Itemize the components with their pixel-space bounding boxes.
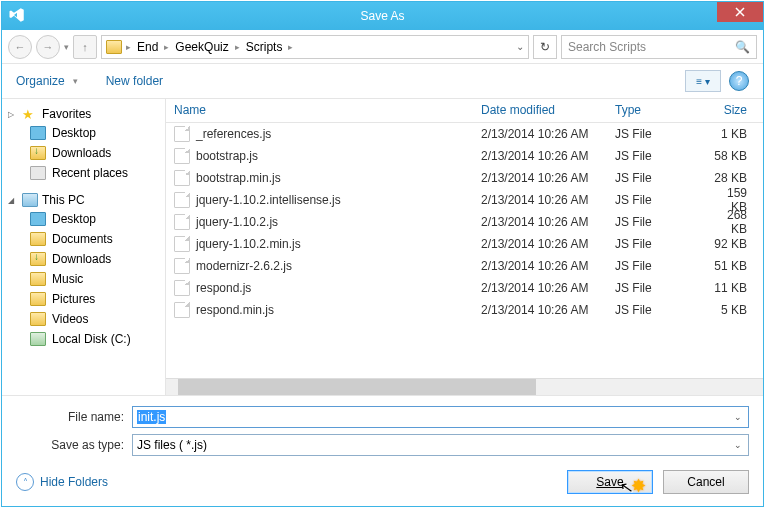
close-icon xyxy=(735,7,745,17)
file-name: jquery-1.10.2.js xyxy=(196,215,278,229)
file-list[interactable]: _references.js2/13/2014 10:26 AMJS File1… xyxy=(166,123,763,378)
main-split: ▷ ★ Favorites Desktop Downloads Recent p… xyxy=(2,98,763,396)
new-folder-button[interactable]: New folder xyxy=(106,74,163,88)
save-type-label: Save as type: xyxy=(16,438,124,452)
sidebar-item-desktop[interactable]: Desktop xyxy=(2,123,165,143)
sidebar-group-thispc[interactable]: ◢ This PC xyxy=(2,191,165,209)
chevron-down-icon[interactable]: ⌄ xyxy=(730,437,746,453)
js-file-icon xyxy=(174,126,190,142)
expand-icon: ◢ xyxy=(8,196,18,205)
file-size: 51 KB xyxy=(703,255,763,277)
file-row[interactable]: respond.js2/13/2014 10:26 AMJS File11 KB xyxy=(166,277,763,299)
folder-icon xyxy=(30,292,46,306)
column-type[interactable]: Type xyxy=(607,99,703,122)
column-size[interactable]: Size xyxy=(703,99,763,122)
file-type: JS File xyxy=(607,145,703,167)
sidebar-item-local-disk-c[interactable]: Local Disk (C:) xyxy=(2,329,165,349)
dialog-title: Save As xyxy=(360,9,404,23)
up-button[interactable]: ↑ xyxy=(73,35,97,59)
sidebar-item-videos[interactable]: Videos xyxy=(2,309,165,329)
disk-icon xyxy=(30,332,46,346)
file-row[interactable]: bootstrap.min.js2/13/2014 10:26 AMJS Fil… xyxy=(166,167,763,189)
sidebar: ▷ ★ Favorites Desktop Downloads Recent p… xyxy=(2,99,166,395)
sidebar-item-recent-places[interactable]: Recent places xyxy=(2,163,165,183)
view-options-button[interactable]: ≡ ▾ xyxy=(685,70,721,92)
search-input[interactable]: Search Scripts 🔍 xyxy=(561,35,757,59)
sidebar-group-favorites[interactable]: ▷ ★ Favorites xyxy=(2,105,165,123)
file-row[interactable]: respond.min.js2/13/2014 10:26 AMJS File5… xyxy=(166,299,763,321)
js-file-icon xyxy=(174,302,190,318)
file-name: respond.js xyxy=(196,281,251,295)
file-row[interactable]: bootstrap.js2/13/2014 10:26 AMJS File58 … xyxy=(166,145,763,167)
file-name: respond.min.js xyxy=(196,303,274,317)
file-name: jquery-1.10.2.intellisense.js xyxy=(196,193,341,207)
file-type: JS File xyxy=(607,233,703,255)
file-name: jquery-1.10.2.min.js xyxy=(196,237,301,251)
js-file-icon xyxy=(174,280,190,296)
sidebar-item-downloads[interactable]: Downloads xyxy=(2,143,165,163)
column-name[interactable]: Name xyxy=(166,99,473,122)
recent-dropdown-icon[interactable]: ▾ xyxy=(64,42,69,52)
horizontal-scrollbar[interactable] xyxy=(166,378,763,395)
forward-button[interactable]: → xyxy=(36,35,60,59)
file-type: JS File xyxy=(607,211,703,233)
file-list-header: Name Date modified Type Size xyxy=(166,99,763,123)
back-button[interactable]: ← xyxy=(8,35,32,59)
file-size: 92 KB xyxy=(703,233,763,255)
file-row[interactable]: jquery-1.10.2.js2/13/2014 10:26 AMJS Fil… xyxy=(166,211,763,233)
filename-input[interactable]: init.js ⌄ xyxy=(132,406,749,428)
sidebar-item-downloads[interactable]: Downloads xyxy=(2,249,165,269)
filename-label: File name: xyxy=(16,410,124,424)
organize-button[interactable]: Organize xyxy=(16,74,65,88)
breadcrumb[interactable]: Scripts xyxy=(244,40,285,54)
file-date: 2/13/2014 10:26 AM xyxy=(473,299,607,321)
star-icon: ★ xyxy=(22,107,38,121)
address-dropdown-icon[interactable]: ⌄ xyxy=(516,41,524,52)
address-bar[interactable]: ▸ End ▸ GeekQuiz ▸ Scripts ▸ ⌄ xyxy=(101,35,529,59)
file-type: JS File xyxy=(607,255,703,277)
file-type: JS File xyxy=(607,123,703,145)
bottom-panel: File name: init.js ⌄ Save as type: JS fi… xyxy=(2,396,763,506)
chevron-right-icon: ▸ xyxy=(235,42,240,52)
js-file-icon xyxy=(174,170,190,186)
file-type: JS File xyxy=(607,299,703,321)
file-name: bootstrap.js xyxy=(196,149,258,163)
sidebar-item-documents[interactable]: Documents xyxy=(2,229,165,249)
cancel-button[interactable]: Cancel xyxy=(663,470,749,494)
recent-icon xyxy=(30,166,46,180)
desktop-icon xyxy=(30,212,46,226)
file-name: _references.js xyxy=(196,127,271,141)
file-date: 2/13/2014 10:26 AM xyxy=(473,255,607,277)
sidebar-item-desktop[interactable]: Desktop xyxy=(2,209,165,229)
file-date: 2/13/2014 10:26 AM xyxy=(473,189,607,211)
search-icon: 🔍 xyxy=(735,40,750,54)
close-button[interactable] xyxy=(717,2,763,22)
breadcrumb[interactable]: End xyxy=(135,40,160,54)
column-date[interactable]: Date modified xyxy=(473,99,607,122)
chevron-up-icon: ˄ xyxy=(16,473,34,491)
file-row[interactable]: jquery-1.10.2.intellisense.js2/13/2014 1… xyxy=(166,189,763,211)
hide-folders-button[interactable]: ˄ Hide Folders xyxy=(16,473,108,491)
file-type: JS File xyxy=(607,189,703,211)
chevron-down-icon[interactable]: ▾ xyxy=(73,76,78,86)
file-size: 5 KB xyxy=(703,299,763,321)
chevron-down-icon[interactable]: ⌄ xyxy=(730,409,746,425)
file-date: 2/13/2014 10:26 AM xyxy=(473,123,607,145)
file-row[interactable]: jquery-1.10.2.min.js2/13/2014 10:26 AMJS… xyxy=(166,233,763,255)
save-button[interactable]: Save ✸ xyxy=(567,470,653,494)
scrollbar-thumb[interactable] xyxy=(178,379,536,395)
help-button[interactable]: ? xyxy=(729,71,749,91)
save-as-dialog: Save As ← → ▾ ↑ ▸ End ▸ GeekQuiz ▸ Scrip… xyxy=(1,1,764,507)
file-type: JS File xyxy=(607,277,703,299)
sidebar-item-music[interactable]: Music xyxy=(2,269,165,289)
file-row[interactable]: modernizr-2.6.2.js2/13/2014 10:26 AMJS F… xyxy=(166,255,763,277)
breadcrumb[interactable]: GeekQuiz xyxy=(173,40,230,54)
downloads-icon xyxy=(30,146,46,160)
sidebar-item-pictures[interactable]: Pictures xyxy=(2,289,165,309)
file-row[interactable]: _references.js2/13/2014 10:26 AMJS File1… xyxy=(166,123,763,145)
save-type-select[interactable]: JS files ( *.js) ⌄ xyxy=(132,434,749,456)
file-date: 2/13/2014 10:26 AM xyxy=(473,211,607,233)
js-file-icon xyxy=(174,236,190,252)
folder-icon xyxy=(30,272,46,286)
refresh-button[interactable]: ↻ xyxy=(533,35,557,59)
